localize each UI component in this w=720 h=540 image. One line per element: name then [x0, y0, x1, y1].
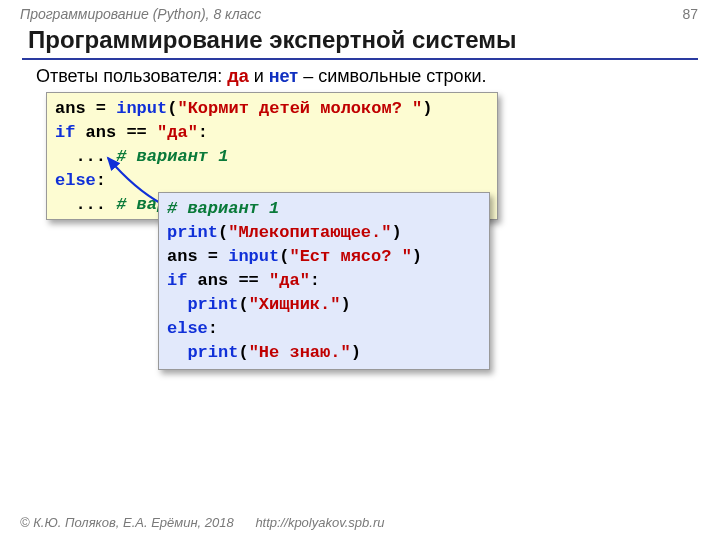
code-token: ): [412, 247, 422, 266]
code-variant1: # вариант 1 print("Млекопитающее.") ans …: [167, 197, 481, 365]
subtitle-post: – символьные строки.: [298, 66, 486, 86]
footer-copyright: © К.Ю. Поляков, Е.А. Ерёмин, 2018: [20, 515, 234, 530]
code-token: [167, 295, 187, 314]
code-token: (: [279, 247, 289, 266]
code-token: ans =: [55, 99, 116, 118]
code-token: [167, 343, 187, 362]
code-token: print: [187, 343, 238, 362]
code-token: "Хищник.": [249, 295, 341, 314]
answer-no: нет: [269, 66, 298, 86]
code-token: if: [167, 271, 187, 290]
code-token: print: [187, 295, 238, 314]
code-token: (: [238, 343, 248, 362]
code-token: if: [55, 123, 75, 142]
subtitle-mid: и: [249, 66, 269, 86]
slide-title: Программирование экспертной системы: [28, 26, 517, 54]
code-token: ): [340, 295, 350, 314]
code-token: :: [310, 271, 320, 290]
code-token: ): [351, 343, 361, 362]
footer-link[interactable]: http://kpolyakov.spb.ru: [255, 515, 384, 530]
code-token: input: [116, 99, 167, 118]
code-token: ...: [55, 147, 116, 166]
code-token: # вариант 1: [167, 199, 279, 218]
code-token: ): [391, 223, 401, 242]
code-token: ans ==: [187, 271, 269, 290]
code-token: :: [96, 171, 106, 190]
code-token: else: [167, 319, 208, 338]
code-token: (: [238, 295, 248, 314]
code-token: ...: [55, 195, 116, 214]
footer: © К.Ю. Поляков, Е.А. Ерёмин, 2018 http:/…: [20, 515, 384, 530]
code-token: print: [167, 223, 218, 242]
subtitle-pre: Ответы пользователя:: [36, 66, 227, 86]
code-token: "Не знаю.": [249, 343, 351, 362]
code-token: :: [208, 319, 218, 338]
course-header: Программирование (Python), 8 класс: [20, 6, 261, 22]
subtitle: Ответы пользователя: да и нет – символьн…: [36, 66, 487, 87]
code-token: ): [422, 99, 432, 118]
page-number: 87: [682, 6, 698, 22]
code-token: "Ест мясо? ": [289, 247, 411, 266]
code-token: "да": [157, 123, 198, 142]
code-token: # вариант 1: [116, 147, 228, 166]
code-token: ans ==: [75, 123, 157, 142]
title-underline: [22, 58, 698, 60]
code-block-variant1: # вариант 1 print("Млекопитающее.") ans …: [158, 192, 490, 370]
code-token: "Кормит детей молоком? ": [177, 99, 422, 118]
code-token: (: [167, 99, 177, 118]
code-token: :: [198, 123, 208, 142]
code-token: (: [218, 223, 228, 242]
code-token: ans =: [167, 247, 228, 266]
answer-yes: да: [227, 66, 248, 86]
code-token: else: [55, 171, 96, 190]
code-token: "Млекопитающее.": [228, 223, 391, 242]
code-token: input: [228, 247, 279, 266]
code-token: "да": [269, 271, 310, 290]
